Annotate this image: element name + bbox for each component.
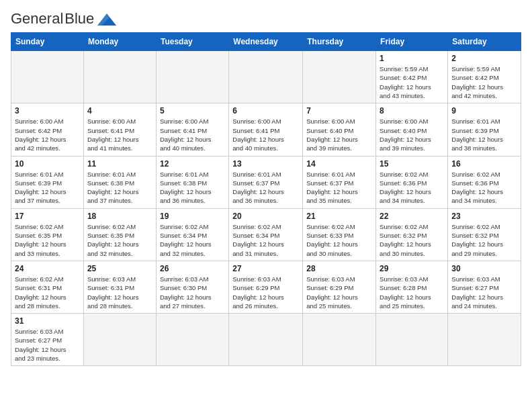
day-number: 14 — [306, 159, 372, 169]
day-info: Sunrise: 6:03 AMSunset: 6:28 PMDaylight:… — [380, 275, 444, 310]
day-info: Sunrise: 6:00 AMSunset: 6:41 PMDaylight:… — [160, 117, 225, 152]
day-info: Sunrise: 6:03 AMSunset: 6:29 PMDaylight:… — [306, 275, 372, 310]
table-row: 13Sunrise: 6:01 AMSunset: 6:37 PMDayligh… — [229, 156, 303, 208]
table-row: 1Sunrise: 5:59 AMSunset: 6:42 PMDaylight… — [376, 51, 448, 103]
day-info: Sunrise: 6:00 AMSunset: 6:41 PMDaylight:… — [232, 117, 299, 152]
table-row — [303, 314, 376, 366]
day-number: 17 — [15, 212, 80, 221]
day-number: 2 — [451, 54, 517, 63]
table-row — [83, 51, 156, 103]
day-number: 21 — [306, 212, 372, 221]
table-row: 22Sunrise: 6:02 AMSunset: 6:32 PMDayligh… — [376, 208, 448, 261]
day-info: Sunrise: 6:01 AMSunset: 6:37 PMDaylight:… — [232, 170, 299, 205]
table-row: 31Sunrise: 6:03 AMSunset: 6:27 PMDayligh… — [11, 314, 84, 366]
table-row: 18Sunrise: 6:02 AMSunset: 6:35 PMDayligh… — [83, 208, 156, 261]
day-info: Sunrise: 6:01 AMSunset: 6:39 PMDaylight:… — [15, 170, 80, 205]
day-info: Sunrise: 6:02 AMSunset: 6:34 PMDaylight:… — [232, 222, 299, 258]
day-number: 13 — [232, 159, 299, 169]
table-row: 8Sunrise: 6:00 AMSunset: 6:40 PMDaylight… — [376, 103, 448, 156]
table-row — [83, 314, 156, 366]
table-row — [11, 51, 84, 103]
table-row: 27Sunrise: 6:03 AMSunset: 6:29 PMDayligh… — [229, 261, 303, 313]
day-info: Sunrise: 6:02 AMSunset: 6:33 PMDaylight:… — [306, 222, 372, 258]
day-info: Sunrise: 6:03 AMSunset: 6:31 PMDaylight:… — [87, 275, 152, 310]
table-row: 23Sunrise: 6:02 AMSunset: 6:32 PMDayligh… — [448, 208, 521, 261]
day-info: Sunrise: 6:02 AMSunset: 6:36 PMDaylight:… — [380, 170, 444, 205]
day-number: 8 — [380, 106, 444, 116]
table-row: 26Sunrise: 6:03 AMSunset: 6:30 PMDayligh… — [156, 261, 228, 313]
logo: General Blue — [11, 11, 116, 27]
table-row: 19Sunrise: 6:02 AMSunset: 6:34 PMDayligh… — [156, 208, 228, 261]
day-number: 6 — [232, 106, 299, 116]
day-number: 7 — [306, 106, 372, 116]
day-info: Sunrise: 6:01 AMSunset: 6:38 PMDaylight:… — [160, 170, 225, 205]
table-row: 12Sunrise: 6:01 AMSunset: 6:38 PMDayligh… — [156, 156, 228, 208]
table-row: 7Sunrise: 6:00 AMSunset: 6:40 PMDaylight… — [303, 103, 376, 156]
day-number: 20 — [232, 212, 299, 221]
day-info: Sunrise: 6:02 AMSunset: 6:35 PMDaylight:… — [15, 222, 80, 258]
page-header: General Blue — [11, 11, 521, 27]
table-row: 20Sunrise: 6:02 AMSunset: 6:34 PMDayligh… — [229, 208, 303, 261]
table-row: 6Sunrise: 6:00 AMSunset: 6:41 PMDaylight… — [229, 103, 303, 156]
day-number: 26 — [160, 264, 225, 273]
day-info: Sunrise: 6:00 AMSunset: 6:41 PMDaylight:… — [87, 117, 152, 152]
day-info: Sunrise: 6:00 AMSunset: 6:42 PMDaylight:… — [15, 117, 80, 152]
table-row — [303, 51, 376, 103]
table-row: 24Sunrise: 6:02 AMSunset: 6:31 PMDayligh… — [11, 261, 84, 313]
weekday-header-sunday: Sunday — [11, 33, 84, 51]
day-info: Sunrise: 6:01 AMSunset: 6:37 PMDaylight:… — [306, 170, 372, 205]
table-row: 21Sunrise: 6:02 AMSunset: 6:33 PMDayligh… — [303, 208, 376, 261]
day-number: 27 — [232, 264, 299, 273]
weekday-header-friday: Friday — [376, 33, 448, 51]
day-info: Sunrise: 6:01 AMSunset: 6:38 PMDaylight:… — [87, 170, 152, 205]
day-info: Sunrise: 6:00 AMSunset: 6:40 PMDaylight:… — [380, 117, 444, 152]
day-info: Sunrise: 6:02 AMSunset: 6:35 PMDaylight:… — [87, 222, 152, 258]
table-row: 30Sunrise: 6:03 AMSunset: 6:27 PMDayligh… — [448, 261, 521, 313]
table-row — [156, 51, 228, 103]
day-info: Sunrise: 6:00 AMSunset: 6:40 PMDaylight:… — [306, 117, 372, 152]
weekday-header-thursday: Thursday — [303, 33, 376, 51]
logo-general: General — [11, 11, 63, 27]
day-info: Sunrise: 6:03 AMSunset: 6:27 PMDaylight:… — [15, 327, 80, 363]
day-info: Sunrise: 6:02 AMSunset: 6:36 PMDaylight:… — [451, 170, 517, 205]
table-row — [229, 314, 303, 366]
day-number: 15 — [380, 159, 444, 169]
table-row: 5Sunrise: 6:00 AMSunset: 6:41 PMDaylight… — [156, 103, 228, 156]
day-number: 5 — [160, 106, 225, 116]
day-number: 16 — [451, 159, 517, 169]
day-info: Sunrise: 6:02 AMSunset: 6:31 PMDaylight:… — [15, 275, 80, 310]
table-row: 15Sunrise: 6:02 AMSunset: 6:36 PMDayligh… — [376, 156, 448, 208]
table-row: 11Sunrise: 6:01 AMSunset: 6:38 PMDayligh… — [83, 156, 156, 208]
day-number: 10 — [15, 159, 80, 169]
day-number: 1 — [380, 54, 444, 63]
day-number: 22 — [380, 212, 444, 221]
day-info: Sunrise: 6:01 AMSunset: 6:39 PMDaylight:… — [451, 117, 517, 152]
weekday-header-saturday: Saturday — [448, 33, 521, 51]
table-row: 17Sunrise: 6:02 AMSunset: 6:35 PMDayligh… — [11, 208, 84, 261]
day-number: 24 — [15, 264, 80, 273]
day-number: 31 — [15, 316, 80, 326]
day-number: 11 — [87, 159, 152, 169]
table-row — [229, 51, 303, 103]
table-row — [156, 314, 228, 366]
table-row: 10Sunrise: 6:01 AMSunset: 6:39 PMDayligh… — [11, 156, 84, 208]
day-info: Sunrise: 5:59 AMSunset: 6:42 PMDaylight:… — [380, 64, 444, 100]
day-number: 12 — [160, 159, 225, 169]
day-number: 30 — [451, 264, 517, 273]
day-number: 25 — [87, 264, 152, 273]
table-row: 4Sunrise: 6:00 AMSunset: 6:41 PMDaylight… — [83, 103, 156, 156]
table-row: 29Sunrise: 6:03 AMSunset: 6:28 PMDayligh… — [376, 261, 448, 313]
day-number: 4 — [87, 106, 152, 116]
weekday-header-wednesday: Wednesday — [229, 33, 303, 51]
day-number: 9 — [451, 106, 517, 116]
day-info: Sunrise: 6:03 AMSunset: 6:27 PMDaylight:… — [451, 275, 517, 310]
logo-icon — [97, 12, 116, 27]
day-number: 28 — [306, 264, 372, 273]
calendar-table: SundayMondayTuesdayWednesdayThursdayFrid… — [11, 32, 521, 366]
table-row: 3Sunrise: 6:00 AMSunset: 6:42 PMDaylight… — [11, 103, 84, 156]
day-number: 29 — [380, 264, 444, 273]
table-row: 9Sunrise: 6:01 AMSunset: 6:39 PMDaylight… — [448, 103, 521, 156]
logo-blue: Blue — [64, 11, 94, 27]
day-number: 19 — [160, 212, 225, 221]
table-row: 25Sunrise: 6:03 AMSunset: 6:31 PMDayligh… — [83, 261, 156, 313]
